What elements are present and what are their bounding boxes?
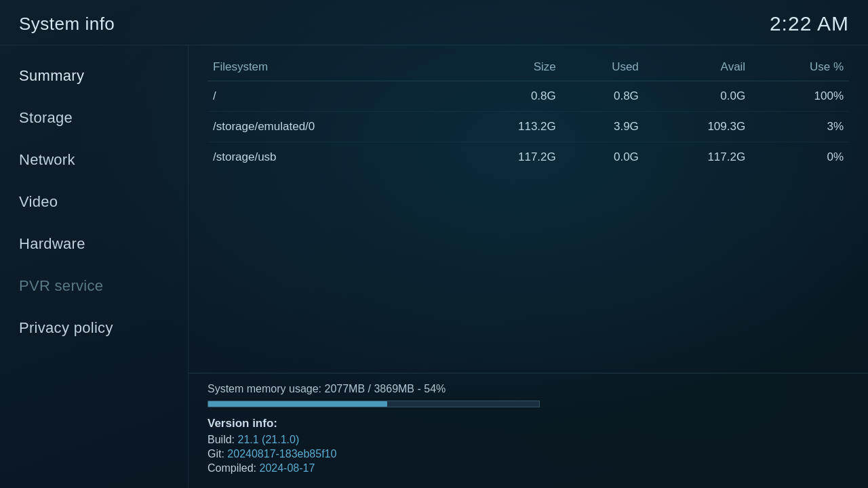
bottom-section: System memory usage: 2077MB / 3869MB - 5… xyxy=(189,373,868,487)
col-avail: Avail xyxy=(644,54,751,81)
build-value: 21.1 (21.1.0) xyxy=(237,434,299,445)
fs-use-pct: 0% xyxy=(751,142,849,173)
fs-name: /storage/usb xyxy=(208,142,454,173)
compiled-label: Compiled: xyxy=(208,462,256,474)
fs-used: 3.9G xyxy=(561,112,644,142)
fs-name: /storage/emulated/0 xyxy=(208,112,454,142)
memory-bar-container xyxy=(208,401,540,407)
sidebar: Summary Storage Network Video Hardware P… xyxy=(0,45,189,487)
fs-avail: 117.2G xyxy=(644,142,751,173)
table-row: /storage/emulated/0 113.2G 3.9G 109.3G 3… xyxy=(208,112,849,142)
clock: 2:22 AM xyxy=(770,12,849,35)
fs-use-pct: 3% xyxy=(751,112,849,142)
col-use-pct: Use % xyxy=(751,54,849,81)
app-title: System info xyxy=(19,14,115,35)
fs-used: 0.8G xyxy=(561,81,644,112)
memory-bar-fill xyxy=(208,401,387,407)
sidebar-item-video[interactable]: Video xyxy=(0,181,188,223)
build-label: Build: xyxy=(208,434,235,445)
git-label: Git: xyxy=(208,448,224,460)
version-git-row: Git: 20240817-183eb85f10 xyxy=(208,448,849,460)
sidebar-item-storage[interactable]: Storage xyxy=(0,97,188,139)
version-title: Version info: xyxy=(208,417,849,430)
main-content: Filesystem Size Used Avail Use % / 0.8G … xyxy=(189,45,868,487)
col-size: Size xyxy=(454,54,561,81)
fs-use-pct: 100% xyxy=(751,81,849,112)
version-build-row: Build: 21.1 (21.1.0) xyxy=(208,434,849,446)
storage-area: Filesystem Size Used Avail Use % / 0.8G … xyxy=(189,45,868,373)
fs-avail: 109.3G xyxy=(644,112,751,142)
git-value: 20240817-183eb85f10 xyxy=(227,448,336,460)
header: System info 2:22 AM xyxy=(0,0,868,45)
col-filesystem: Filesystem xyxy=(208,54,454,81)
col-used: Used xyxy=(561,54,644,81)
fs-size: 113.2G xyxy=(454,112,561,142)
filesystem-table: Filesystem Size Used Avail Use % / 0.8G … xyxy=(208,54,849,172)
sidebar-item-pvr-service[interactable]: PVR service xyxy=(0,265,188,307)
fs-avail: 0.0G xyxy=(644,81,751,112)
compiled-value: 2024-08-17 xyxy=(259,462,315,474)
fs-name: / xyxy=(208,81,454,112)
table-row: / 0.8G 0.8G 0.0G 100% xyxy=(208,81,849,112)
sidebar-item-hardware[interactable]: Hardware xyxy=(0,223,188,265)
table-row: /storage/usb 117.2G 0.0G 117.2G 0% xyxy=(208,142,849,173)
fs-size: 0.8G xyxy=(454,81,561,112)
fs-size: 117.2G xyxy=(454,142,561,173)
sidebar-item-summary[interactable]: Summary xyxy=(0,55,188,97)
version-info: Version info: Build: 21.1 (21.1.0) Git: … xyxy=(208,417,849,474)
sidebar-item-privacy-policy[interactable]: Privacy policy xyxy=(0,307,188,349)
fs-used: 0.0G xyxy=(561,142,644,173)
version-compiled-row: Compiled: 2024-08-17 xyxy=(208,462,849,474)
layout: Summary Storage Network Video Hardware P… xyxy=(0,45,868,487)
memory-usage-label: System memory usage: 2077MB / 3869MB - 5… xyxy=(208,383,849,395)
sidebar-item-network[interactable]: Network xyxy=(0,139,188,181)
